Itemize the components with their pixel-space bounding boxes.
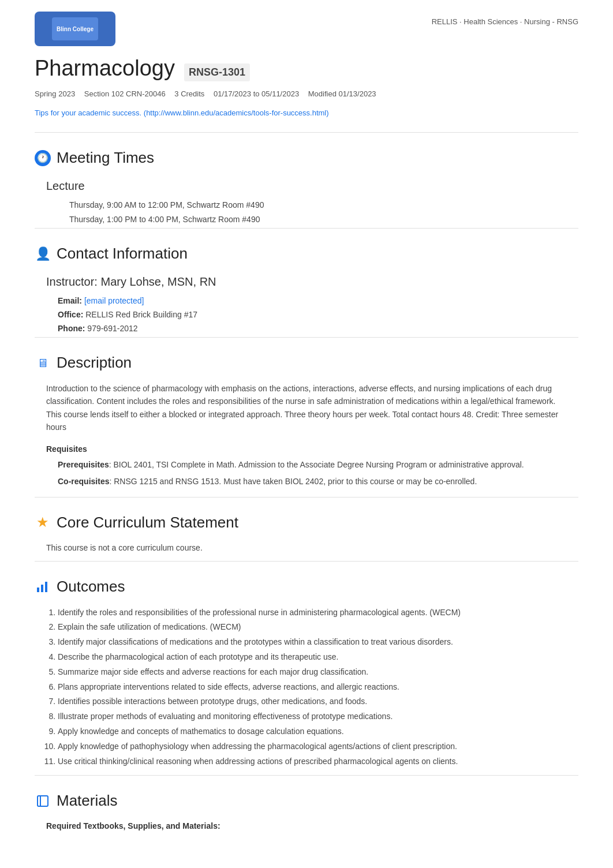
requisites-section: Requisites Prerequisites: BIOL 2401, TSI… <box>46 443 567 488</box>
outcome-8: Illustrate proper methods of evaluating … <box>58 710 567 724</box>
tips-link[interactable]: Tips for your academic success. (http://… <box>35 107 329 119</box>
email-link[interactable]: [email protected] <box>84 296 144 305</box>
outcome-7: Identifies possible interactions between… <box>58 695 567 709</box>
prerequisites-label: Prerequisites <box>58 460 109 469</box>
outcome-6: Plans appropriate interventions related … <box>58 680 567 694</box>
office-label: Office: <box>58 310 83 319</box>
section-contact: 👤 Contact Information <box>35 242 578 265</box>
phone-detail: Phone: 979-691-2012 <box>58 323 578 335</box>
materials-heading: Materials <box>57 790 117 812</box>
outcome-10: Apply knowledge of pathophysiology when … <box>58 740 567 754</box>
email-label: Email: <box>58 296 82 305</box>
meeting-item-2: Thursday, 1:00 PM to 4:00 PM, Schwartz R… <box>69 214 578 226</box>
prerequisites-text: BIOL 2401, TSI Complete in Math. Admissi… <box>114 460 524 469</box>
course-semester: Spring 2023 <box>35 89 75 98</box>
logo-text: Blinn College <box>57 25 94 33</box>
logo-image: Blinn College <box>52 17 98 40</box>
svg-rect-3 <box>38 796 48 806</box>
course-dates: 01/17/2023 to 05/11/2023 <box>214 89 299 98</box>
svg-rect-1 <box>41 585 43 592</box>
meeting-item-1: Thursday, 9:00 AM to 12:00 PM, Schwartz … <box>69 199 578 211</box>
outcome-3: Identify major classifications of medica… <box>58 635 567 649</box>
outcome-11: Use critical thinking/clinical reasoning… <box>58 755 567 769</box>
monitor-icon: 🖥 <box>35 355 51 371</box>
breadcrumb: RELLIS · Health Sciences · Nursing - RNS… <box>432 16 578 28</box>
lecture-heading: Lecture <box>46 177 578 194</box>
outcome-9: Apply knowledge and concepts of mathemat… <box>58 725 567 739</box>
course-section: Section 102 CRN-20046 <box>84 89 166 98</box>
section-description: 🖥 Description <box>35 351 578 374</box>
corequisites-item: Co-requisites: RNSG 1215 and RNSG 1513. … <box>58 476 567 488</box>
divider-3 <box>35 337 578 338</box>
office-value: RELLIS Red Brick Building #17 <box>85 310 197 319</box>
requisites-heading: Requisites <box>46 443 567 455</box>
phone-value: 979-691-2012 <box>87 324 137 333</box>
core-curriculum-heading: Core Curriculum Statement <box>57 511 238 534</box>
core-text: This course is not a core curriculum cou… <box>46 542 567 554</box>
outcome-2: Explain the safe utilization of medicati… <box>58 620 567 634</box>
outcomes-list: Identify the roles and responsibilities … <box>58 606 567 769</box>
svg-rect-0 <box>37 588 39 592</box>
section-outcomes: Outcomes <box>35 575 578 598</box>
book-icon <box>35 793 51 809</box>
outcomes-heading: Outcomes <box>57 575 125 598</box>
divider-4 <box>35 497 578 497</box>
course-modified: Modified 01/13/2023 <box>308 89 376 98</box>
corequisites-text: RNSG 1215 and RNSG 1513. Must have taken… <box>114 477 477 486</box>
section-core-curriculum: ★ Core Curriculum Statement <box>35 511 578 534</box>
office-detail: Office: RELLIS Red Brick Building #17 <box>58 309 578 321</box>
outcome-4: Describe the pharmacological action of e… <box>58 650 567 664</box>
corequisites-label: Co-requisites <box>58 477 109 486</box>
page-wrapper: Blinn College RELLIS · Health Sciences ·… <box>0 0 613 862</box>
section-materials: Materials <box>35 790 578 812</box>
contact-heading: Contact Information <box>57 242 188 265</box>
email-detail: Email: [email protected] <box>58 295 578 307</box>
description-heading: Description <box>57 351 132 374</box>
divider-2 <box>35 228 578 229</box>
materials-subheading: Required Textbooks, Supplies, and Materi… <box>46 820 567 832</box>
clock-icon: 🕐 <box>35 150 51 166</box>
outcome-5: Summarize major side effects and adverse… <box>58 665 567 679</box>
course-meta: Spring 2023 Section 102 CRN-20046 3 Cred… <box>35 88 578 100</box>
section-meeting-times: 🕐 Meeting Times <box>35 147 578 169</box>
course-credits: 3 Credits <box>174 89 204 98</box>
course-title: Pharmacology <box>35 52 175 85</box>
instructor-heading: Instructor: Mary Lohse, MSN, RN <box>46 273 578 290</box>
divider-1 <box>35 132 578 133</box>
svg-rect-2 <box>45 582 47 592</box>
phone-label: Phone: <box>58 324 85 333</box>
header-top: Blinn College RELLIS · Health Sciences ·… <box>35 12 578 46</box>
prerequisites-item: Prerequisites: BIOL 2401, TSI Complete i… <box>58 459 567 471</box>
star-icon: ★ <box>35 514 51 530</box>
course-title-row: Pharmacology RNSG-1301 <box>35 52 578 85</box>
course-code: RNSG-1301 <box>184 63 250 81</box>
meeting-times-heading: Meeting Times <box>57 147 154 169</box>
outcome-1: Identify the roles and responsibilities … <box>58 606 567 620</box>
divider-6 <box>35 775 578 776</box>
logo-area: Blinn College <box>35 12 115 46</box>
divider-5 <box>35 561 578 562</box>
person-icon: 👤 <box>35 246 51 262</box>
description-text: Introduction to the science of pharmacol… <box>46 382 567 434</box>
bar-chart-icon <box>35 578 51 594</box>
